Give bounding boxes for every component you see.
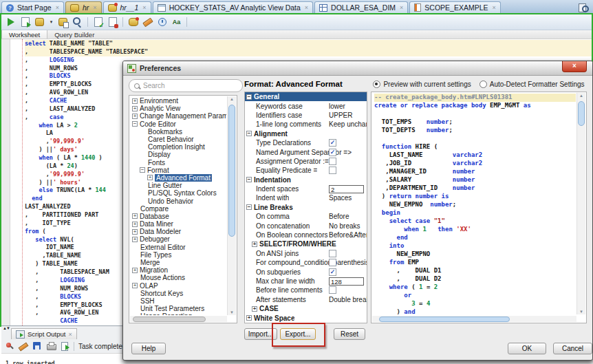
rollback-icon[interactable] bbox=[107, 17, 118, 28]
tree-item-Data Miner[interactable]: +Data Miner bbox=[131, 220, 226, 228]
collapse-icon[interactable]: − bbox=[246, 94, 252, 100]
import-button[interactable]: Import... bbox=[244, 328, 277, 340]
radio-preview-current[interactable]: Preview with current settings bbox=[373, 81, 471, 88]
settings-row-Indent with[interactable]: Indent withSpaces bbox=[245, 193, 367, 202]
expand-icon[interactable]: + bbox=[132, 229, 138, 235]
collapse-icon[interactable]: − bbox=[140, 167, 145, 173]
tab-SCOPE_EXAMPLE[interactable]: SCOPE_EXAMPLE× bbox=[409, 1, 500, 13]
settings-row-1-line long comments[interactable]: 1-line long commentsKeep unchanged bbox=[245, 120, 367, 129]
settings-row-Named Argument Separator =>[interactable]: Named Argument Separator =>✓ bbox=[245, 147, 367, 156]
collapse-icon[interactable]: − bbox=[246, 204, 252, 210]
tree-item-SSH[interactable]: SSH bbox=[131, 297, 226, 305]
tree-item-Data Modeler[interactable]: +Data Modeler bbox=[131, 228, 226, 235]
tree-item-Fonts[interactable]: Fonts bbox=[131, 159, 226, 167]
collapse-icon[interactable]: − bbox=[132, 121, 138, 127]
tree-item-Environment[interactable]: +Environment bbox=[131, 97, 226, 105]
tree-item-Mouse Actions[interactable]: Mouse Actions bbox=[131, 274, 226, 281]
scroll-down-icon[interactable]: ▼ bbox=[228, 310, 236, 314]
expand-icon[interactable]: + bbox=[147, 175, 153, 180]
run-script-icon[interactable] bbox=[19, 17, 31, 28]
tree-item-Code Editor[interactable]: −Code Editor bbox=[131, 120, 226, 128]
expand-icon[interactable]: + bbox=[132, 98, 138, 104]
splitter-arrows-icon[interactable]: ▲▼ bbox=[3, 326, 10, 330]
expand-icon[interactable]: + bbox=[252, 242, 257, 247]
close-button[interactable]: × bbox=[562, 61, 587, 72]
settings-section-White Space[interactable]: +White Space bbox=[245, 313, 367, 322]
preview-vertical-scrollbar[interactable]: ▲ ▼ bbox=[576, 93, 585, 314]
expand-icon[interactable]: + bbox=[132, 114, 138, 119]
expand-icon[interactable]: + bbox=[132, 283, 138, 288]
checkbox[interactable]: ✓ bbox=[329, 268, 336, 276]
scroll-down-icon[interactable]: ▼ bbox=[577, 310, 585, 314]
tree-item-Completion Insight[interactable]: Completion Insight bbox=[131, 143, 226, 151]
connection-icon[interactable] bbox=[127, 17, 139, 28]
tree-item-Compare[interactable]: Compare bbox=[131, 205, 226, 213]
settings-section-Alignment[interactable]: −Alignment bbox=[245, 129, 367, 138]
dialog-title-bar[interactable]: Preferences bbox=[123, 61, 592, 76]
help-button[interactable]: Help bbox=[131, 343, 166, 354]
dropdown-icon[interactable]: ▾ bbox=[48, 17, 54, 28]
commit-icon[interactable] bbox=[92, 17, 104, 28]
settings-row-Equality Predicate =[interactable]: Equality Predicate = bbox=[245, 166, 367, 175]
tab-query-builder[interactable]: Query Builder bbox=[47, 30, 101, 39]
close-icon[interactable]: × bbox=[493, 4, 496, 11]
tree-item-External Editor[interactable]: External Editor bbox=[131, 244, 226, 251]
settings-row-After statements[interactable]: After statementsDouble break bbox=[245, 295, 367, 304]
settings-section-General[interactable]: −General bbox=[245, 92, 367, 101]
tree-item-Line Gutter[interactable]: Line Gutter bbox=[131, 182, 226, 189]
tree-item-Debugger[interactable]: +Debugger bbox=[131, 235, 226, 243]
settings-row-Before line comments[interactable]: Before line comments bbox=[245, 286, 367, 295]
settings-row-On subqueries[interactable]: On subqueries✓ bbox=[245, 267, 367, 276]
clear-icon[interactable] bbox=[142, 17, 153, 28]
tab-hr__1[interactable]: hr__1× bbox=[103, 1, 151, 13]
tab-hr[interactable]: hr× bbox=[65, 1, 102, 13]
settings-row-On comma[interactable]: On commaBefore bbox=[245, 212, 367, 221]
settings-row-Assignment Operator :=[interactable]: Assignment Operator := bbox=[245, 157, 367, 166]
settings-section-Indentation[interactable]: −Indentation bbox=[245, 175, 367, 184]
tab-DOLLAR_ESA_DIM[interactable]: DOLLAR_ESA_DIM× bbox=[314, 1, 408, 13]
expand-icon[interactable]: + bbox=[132, 237, 138, 242]
scroll-up-icon[interactable]: ▲ bbox=[577, 94, 585, 98]
setting-input[interactable]: 128 bbox=[329, 277, 364, 286]
tab-script-output[interactable]: Script Output × bbox=[11, 328, 77, 339]
tree-item-Display[interactable]: Display bbox=[131, 151, 226, 158]
scrollbar-thumb[interactable] bbox=[228, 105, 235, 237]
radio-auto-detect[interactable]: Auto-Detect Formatter Settings bbox=[479, 81, 585, 88]
scroll-up-icon[interactable]: ▲ bbox=[228, 97, 236, 101]
tree-item-OLAP[interactable]: +OLAP bbox=[131, 282, 226, 290]
tree-item-Unit Test Parameters[interactable]: Unit Test Parameters bbox=[131, 305, 226, 312]
close-icon[interactable]: × bbox=[56, 4, 59, 11]
expand-icon[interactable]: + bbox=[246, 315, 252, 321]
expand-icon[interactable]: + bbox=[132, 213, 138, 219]
scrollbar-thumb[interactable] bbox=[133, 317, 206, 322]
save-icon[interactable] bbox=[32, 341, 42, 351]
close-icon[interactable]: × bbox=[305, 4, 308, 11]
scrollbar-thumb[interactable] bbox=[379, 317, 510, 322]
tree-item-Format[interactable]: −Format bbox=[131, 167, 226, 174]
setting-input[interactable]: 2 bbox=[329, 185, 364, 193]
tree-item-Database[interactable]: +Database bbox=[131, 213, 226, 220]
cancel-button[interactable]: Cancel bbox=[553, 343, 592, 354]
scrollbar-thumb[interactable] bbox=[578, 101, 585, 126]
checkbox[interactable]: ✓ bbox=[329, 139, 336, 147]
ok-button[interactable]: OK bbox=[508, 343, 546, 354]
settings-row-Type Declarations[interactable]: Type Declarations✓ bbox=[245, 138, 367, 147]
tree-horizontal-scrollbar[interactable] bbox=[130, 316, 227, 322]
settings-row-For compound_condition parenthesis[interactable]: For compound_condition parenthesis bbox=[245, 258, 367, 267]
checkbox[interactable] bbox=[329, 167, 336, 174]
run-icon[interactable] bbox=[60, 341, 69, 351]
settings-row-On Boolean connectors[interactable]: On Boolean connectorsBefore&After bbox=[245, 231, 367, 239]
expand-icon[interactable]: + bbox=[132, 222, 138, 227]
case-toggle-icon[interactable]: Aa bbox=[171, 17, 182, 28]
checkbox[interactable] bbox=[329, 250, 336, 257]
export-button[interactable]: Export... bbox=[280, 328, 316, 340]
tree-item-Caret Behavior[interactable]: Caret Behavior bbox=[131, 136, 226, 143]
find-icon[interactable] bbox=[72, 17, 83, 28]
checkbox[interactable] bbox=[329, 286, 336, 294]
expand-icon[interactable]: + bbox=[252, 306, 257, 312]
autotrace-icon[interactable] bbox=[34, 17, 45, 28]
history-icon[interactable] bbox=[156, 17, 168, 28]
close-icon[interactable]: × bbox=[400, 4, 403, 11]
tree-item-Change Management Param[interactable]: +Change Management Param bbox=[131, 112, 226, 120]
print-icon[interactable] bbox=[46, 341, 56, 351]
